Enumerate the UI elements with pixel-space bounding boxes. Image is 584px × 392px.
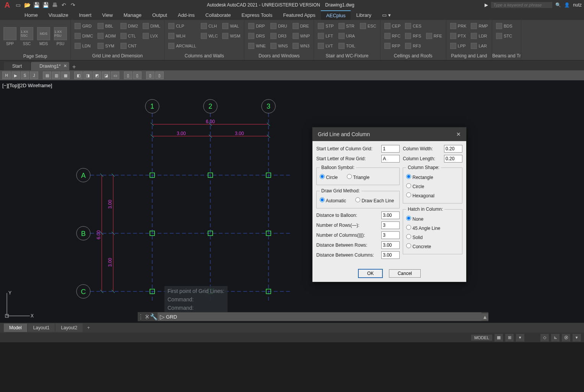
menu-workspace-icon[interactable]: ▭ ▾ — [377, 11, 396, 20]
user-icon[interactable]: 👤 — [564, 2, 570, 8]
ribbon-spp[interactable]: SPP — [2, 21, 18, 51]
tool-l[interactable]: ▯ — [133, 72, 142, 79]
status-grid-icon[interactable]: ▦ — [495, 334, 503, 342]
new-icon[interactable]: ▭ — [15, 2, 21, 8]
menu-express-tools[interactable]: Express Tools — [236, 11, 278, 20]
ribbon-ldr[interactable]: LDR — [469, 31, 489, 41]
menu-aecplus[interactable]: AECplus — [321, 10, 351, 20]
input-dist-cols[interactable] — [381, 251, 400, 259]
ribbon-rfc[interactable]: RFC — [383, 31, 402, 41]
status-misc-icon[interactable]: ▾ — [573, 334, 581, 342]
tool-e[interactable]: ◨ — [83, 72, 92, 79]
layout-add[interactable]: + — [83, 324, 94, 332]
drawing-area[interactable]: [−][Top][2D Wireframe] 1 2 3 A B C 6.00 … — [0, 80, 584, 323]
menu-collaborate[interactable]: Collaborate — [200, 11, 236, 20]
ribbon-grd[interactable]: GRD — [73, 21, 94, 31]
input-col-length[interactable] — [444, 155, 462, 163]
status-polar-icon[interactable]: ⦿ — [562, 334, 570, 342]
cmdline-handle-icon[interactable]: ⋮⋮ — [138, 313, 145, 320]
ribbon-rfe[interactable]: RFE — [425, 31, 444, 41]
radio-balloon-circle[interactable]: Circle — [320, 174, 338, 180]
radio-balloon-triangle[interactable]: Triangle — [347, 174, 369, 180]
input-start-col[interactable] — [381, 145, 400, 153]
ribbon-ssc[interactable]: 1:XX SSCSSC — [19, 21, 34, 51]
ribbon-wns[interactable]: WNS — [269, 41, 290, 50]
input-dist-rows[interactable] — [381, 241, 400, 249]
menu-home[interactable]: Home — [19, 11, 43, 20]
dialog-close-icon[interactable]: ✕ — [456, 131, 461, 137]
ribbon-dimc[interactable]: DIMC — [73, 31, 94, 41]
search-input[interactable] — [491, 2, 552, 8]
ribbon-toil[interactable]: TOIL — [337, 41, 357, 50]
cmdline-expand-icon[interactable]: ▴ — [482, 313, 488, 320]
status-dd-icon[interactable]: ▾ — [516, 334, 524, 342]
cmdline-settings-icon[interactable]: 🔧 — [150, 313, 158, 320]
ribbon-ctl[interactable]: CTL — [119, 31, 140, 41]
tool-b[interactable]: ▥ — [52, 72, 60, 79]
radio-hatch-concrete[interactable]: Concrete — [406, 242, 459, 251]
ribbon-stp[interactable]: STP — [316, 21, 335, 31]
ribbon-lvt[interactable]: LVT — [316, 41, 335, 50]
input-num-rows[interactable] — [381, 221, 400, 229]
radio-hatch-none[interactable]: None — [406, 214, 459, 223]
ribbon-esc[interactable]: ESC — [358, 21, 378, 31]
cmdline-close-icon[interactable]: ✕ — [145, 313, 150, 320]
ribbon-rfs[interactable]: RFS — [403, 31, 423, 41]
ribbon-ura[interactable]: URA — [337, 31, 357, 41]
ribbon-wlc[interactable]: WLC — [199, 31, 219, 41]
status-model[interactable]: MODEL — [471, 335, 492, 341]
ribbon-clp[interactable]: CLP — [167, 21, 198, 31]
ribbon-bds[interactable]: BDS — [495, 21, 514, 31]
search-icon[interactable]: 🔍 — [555, 2, 561, 8]
tool-c[interactable]: ▦ — [61, 72, 70, 79]
ribbon-dre[interactable]: DRE — [291, 21, 312, 31]
radio-shape-circle[interactable]: Circle — [406, 182, 459, 191]
ribbon-ces[interactable]: CES — [403, 21, 423, 31]
radio-hatch-solid[interactable]: Solid — [406, 233, 459, 242]
ribbon-arcwall[interactable]: ARCWALL — [167, 41, 198, 50]
status-iso-icon[interactable]: ◇ — [540, 334, 549, 342]
status-ortho-icon[interactable]: ⊾ — [551, 334, 560, 342]
app-logo[interactable]: A — [2, 0, 12, 10]
ribbon-dru[interactable]: DRU — [269, 21, 290, 31]
tool-play[interactable]: ▶ — [11, 72, 20, 79]
menu-manage[interactable]: Manage — [118, 11, 147, 20]
radio-method-each[interactable]: Draw Each Line — [355, 197, 394, 203]
ribbon-ldn[interactable]: LDN — [73, 41, 94, 50]
saveas-icon[interactable]: 💾 — [42, 2, 49, 8]
ribbon-clh[interactable]: CLH — [199, 21, 219, 31]
ribbon-cnt[interactable]: CNT — [119, 41, 140, 50]
menu-library[interactable]: Library — [351, 11, 377, 20]
layout-tab-layout2[interactable]: Layout2 — [55, 324, 83, 332]
menu-featured-apps[interactable]: Featured Apps — [278, 11, 321, 20]
layout-tab-model[interactable]: Model — [4, 324, 27, 332]
ribbon-prk[interactable]: PRK — [449, 21, 468, 31]
viewport-label[interactable]: [−][Top][2D Wireframe] — [2, 83, 52, 88]
ribbon-wsm[interactable]: WSM — [221, 31, 242, 41]
ribbon-wn3[interactable]: WN3 — [291, 41, 312, 50]
command-input[interactable]: GRD — [166, 314, 177, 320]
tool-a[interactable]: ▤ — [43, 72, 51, 79]
status-snap-icon[interactable]: ⊞ — [505, 334, 514, 342]
radio-shape-hex[interactable]: Hexagonal — [406, 191, 459, 200]
ribbon-ptx[interactable]: PTX — [449, 31, 468, 41]
open-icon[interactable]: 📂 — [24, 2, 31, 8]
command-line[interactable]: ⋮⋮ ✕ 🔧 ▷ GRD ▴ — [138, 312, 488, 321]
radio-method-auto[interactable]: Automatic — [320, 197, 346, 203]
input-num-cols[interactable] — [381, 231, 400, 239]
filetab-close-icon[interactable]: ✕ — [63, 63, 67, 68]
menu-add-ins[interactable]: Add-ins — [172, 11, 200, 20]
tool-d[interactable]: ◧ — [74, 72, 83, 79]
filetab-drawing1[interactable]: Drawing1*✕ — [31, 62, 69, 70]
ribbon-rmp[interactable]: RMP — [469, 21, 489, 31]
radio-shape-rect[interactable]: Rectangle — [406, 172, 459, 182]
tool-f[interactable]: ◩ — [93, 72, 101, 79]
ribbon-drs[interactable]: DRS — [247, 31, 267, 41]
layout-tab-layout1[interactable]: Layout1 — [28, 324, 55, 332]
cancel-button[interactable]: Cancel — [389, 269, 421, 278]
filetab-add[interactable]: + — [70, 63, 78, 70]
ribbon-wlh[interactable]: WLH — [167, 31, 198, 41]
ribbon-sym[interactable]: SYM — [96, 41, 117, 50]
tool-g[interactable]: ◪ — [102, 72, 110, 79]
ribbon-dim2[interactable]: DIM2 — [119, 21, 140, 31]
